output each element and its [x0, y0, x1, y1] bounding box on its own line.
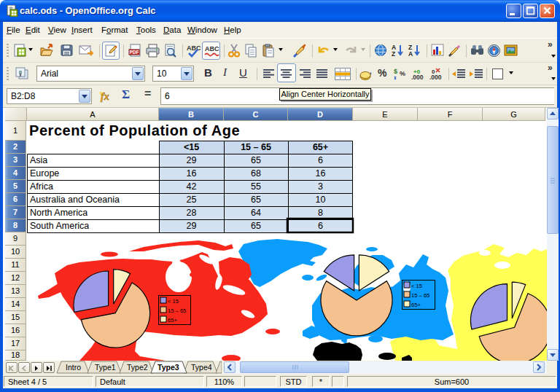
svg-text:%: %: [400, 70, 405, 77]
svg-text:ABC: ABC: [205, 45, 219, 52]
svg-text:ABC: ABC: [187, 44, 201, 52]
svg-text:.000: .000: [411, 74, 424, 81]
svg-text:Type2: Type2: [127, 363, 148, 372]
svg-text:Intro: Intro: [66, 363, 81, 372]
svg-text:Z: Z: [392, 50, 395, 58]
svg-text:Type1: Type1: [95, 363, 116, 372]
svg-text:Type3: Type3: [158, 363, 179, 372]
svg-text:,: ,: [370, 68, 372, 75]
svg-text:$: $: [394, 68, 397, 75]
svg-text:.000: .000: [429, 74, 442, 81]
svg-text:Type4: Type4: [191, 363, 212, 372]
svg-text:A: A: [408, 50, 413, 58]
svg-text:PDF: PDF: [130, 50, 139, 55]
